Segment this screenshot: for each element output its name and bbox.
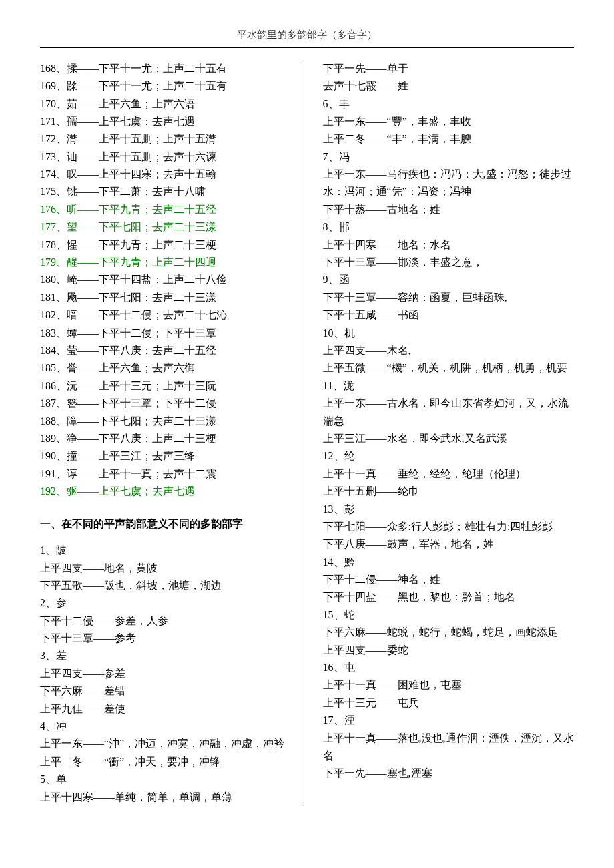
list-item: 174、叹——上平十四寒；去声十五翰 xyxy=(40,166,292,183)
list-item: 192、驱——上平七虞；去声七遇 xyxy=(40,483,292,500)
entry-line: 下平十蒸——古地名；姓 xyxy=(323,201,575,218)
list-item: 183、蟫——下平十二侵；下平十三覃 xyxy=(40,324,292,342)
entry-line: 下平十五咸——书函 xyxy=(323,306,575,324)
list-item: 185、誉——上平六鱼；去声六御 xyxy=(40,359,292,377)
entry-line: 2、参 xyxy=(40,594,292,612)
entry-line: 上平十一真——落也,没也,通作洇：湮佚，湮沉，又水名 xyxy=(323,730,575,765)
list-item: 178、惺——下平九青；上声二十三梗 xyxy=(40,236,292,254)
entry-line: 下平五歌——阪也，斜坡，池塘，湖边 xyxy=(40,577,292,594)
entry-line: 9、函 xyxy=(323,271,575,288)
right-column: 下平一先——单于去声十七霰——姓6、丰上平一东——“豐”，丰盛，丰收上平二冬——… xyxy=(311,60,575,806)
list-item: 187、簪——下平十三覃；下平十二侵 xyxy=(40,395,292,412)
entry-line: 下平十二侵——神名，姓 xyxy=(323,571,575,588)
list-item: 176、听——下平九青；去声二十五径 xyxy=(40,201,292,218)
list-item: 175、铫——下平二萧；去声十八啸 xyxy=(40,183,292,200)
list-item: 168、揉——下平十一尤；上声二十五有 xyxy=(40,60,292,77)
entry-line: 下平十二侵——参差，人参 xyxy=(40,612,292,630)
entry-line: 下平六麻——差错 xyxy=(40,682,292,700)
entry-line: 上平一东——马行疾也：冯冯；大,盛：冯怒；徒步过水：冯河；通“凭”：冯资；冯神 xyxy=(323,166,575,201)
entry-line: 下平十三覃——容纳：函夏，巨蚌函珠, xyxy=(323,289,575,306)
entry-line: 下平七阳——众多:行人彭彭；雄壮有力:四牡彭彭 xyxy=(323,518,575,535)
entry-line: 15、蛇 xyxy=(323,606,575,624)
entry-line: 上平二冬——“衝”，冲天，要冲，冲锋 xyxy=(40,753,292,771)
entry-line: 上平一东——“沖”，冲迈，冲寞，冲融，冲虚，冲衿 xyxy=(40,735,292,752)
entry-line: 下平一先——单于 xyxy=(323,60,575,77)
entry-line: 上平四支——地名，黄陂 xyxy=(40,560,292,577)
entry-line: 12、纶 xyxy=(323,447,575,465)
entry-line: 上平一东——“豐”，丰盛，丰收 xyxy=(323,113,575,130)
entry-line: 上平十一真——垂纶，经纶，纶理（伦理） xyxy=(323,465,575,483)
entry-line: 6、丰 xyxy=(323,95,575,113)
entry-line: 上平二冬——“丰”，丰满，丰腴 xyxy=(323,130,575,148)
entry-line: 上平十五删——纶巾 xyxy=(323,483,575,500)
entry-line: 上平十四寒——单纯，简单，单调，单薄 xyxy=(40,789,292,806)
entry-line: 上平十一真——困难也，屯塞 xyxy=(323,676,575,694)
title-underline xyxy=(40,47,574,48)
entry-line: 4、冲 xyxy=(40,718,292,735)
entry-line: 3、差 xyxy=(40,647,292,664)
entry-line: 上平十四寒——地名；水名 xyxy=(323,236,575,254)
entry-line: 14、黔 xyxy=(323,554,575,571)
list-item: 186、沅——上平十三元；上声十三阮 xyxy=(40,377,292,395)
page-title: 平水韵里的多韵部字（多音字） xyxy=(40,27,574,43)
entry-line: 上平十三元——屯兵 xyxy=(323,694,575,712)
entry-line: 上平一东——古水名，即今山东省孝妇河，又，水流湍急 xyxy=(323,395,575,430)
entry-line: 上平四支——木名, xyxy=(323,342,575,359)
entry-line: 13、彭 xyxy=(323,501,575,518)
entry-line: 上平四支——参差 xyxy=(40,665,292,682)
list-item: 171、孺——上平七虞；去声七遇 xyxy=(40,113,292,130)
entry-line: 上平九佳——差使 xyxy=(40,700,292,718)
list-item: 173、讪——上平十五删；去声十六谏 xyxy=(40,148,292,166)
entry-line: 17、湮 xyxy=(323,712,575,729)
list-item: 179、醒——下平九青；上声二十四迥 xyxy=(40,254,292,271)
list-item: 177、望——下平七阳；去声二十三漾 xyxy=(40,218,292,236)
list-item: 172、潸——上平十五删；上声十五潸 xyxy=(40,130,292,148)
list-item: 169、蹂——下平十一尤；上声二十五有 xyxy=(40,77,292,95)
entry-line: 上平四支——委蛇 xyxy=(323,642,575,659)
list-item: 191、谆——上平十一真；去声十二震 xyxy=(40,465,292,483)
entry-line: 1、陂 xyxy=(40,541,292,559)
entry-line: 下平十三覃——邯淡，丰盛之意， xyxy=(323,254,575,271)
list-item: 188、障——下平七阳；去声二十三漾 xyxy=(40,413,292,430)
entry-line: 上平五微——“機”，机关，机阱，机柄，机勇，机要 xyxy=(323,359,575,377)
entry-line: 10、机 xyxy=(323,324,575,342)
list-item: 189、狰——下平八庚；上声二十三梗 xyxy=(40,430,292,447)
list-item: 180、崦——下平十四盐；上声二十八俭 xyxy=(40,271,292,288)
entry-line: 11、泷 xyxy=(323,377,575,395)
entry-line: 16、屯 xyxy=(323,659,575,676)
entry-line: 5、单 xyxy=(40,771,292,788)
entry-line: 去声十七霰——姓 xyxy=(323,77,575,95)
left-column: 168、揉——下平十一尤；上声二十五有169、蹂——下平十一尤；上声二十五有17… xyxy=(40,60,304,806)
two-column-layout: 168、揉——下平十一尤；上声二十五有169、蹂——下平十一尤；上声二十五有17… xyxy=(40,60,574,806)
entry-line: 下平十三覃——参考 xyxy=(40,630,292,647)
section-heading: 一、在不同的平声韵部意义不同的多韵部字 xyxy=(40,515,292,533)
entry-line: 下平一先——塞也,湮塞 xyxy=(323,765,575,782)
list-item: 190、撞——上平三江；去声三绛 xyxy=(40,447,292,465)
list-item: 184、莹——下平八庚；去声二十五径 xyxy=(40,342,292,359)
entry-line: 上平三江——水名，即今武水,又名武溪 xyxy=(323,430,575,447)
entry-line: 8、邯 xyxy=(323,218,575,236)
entry-line: 下平八庚——鼓声，军器，地名，姓 xyxy=(323,535,575,553)
entry-line: 下平十四盐——黑也，黎也：黔首；地名 xyxy=(323,588,575,606)
entry-line: 7、冯 xyxy=(323,148,575,166)
list-item: 170、茹——上平六鱼；上声六语 xyxy=(40,95,292,113)
list-item: 181、飏——下平七阳；去声二十三漾 xyxy=(40,289,292,306)
entry-line: 下平六麻——蛇蜕，蛇行，蛇蝎，蛇足，画蛇添足 xyxy=(323,624,575,641)
list-item: 182、喑——下平十二侵；去声二十七沁 xyxy=(40,306,292,324)
